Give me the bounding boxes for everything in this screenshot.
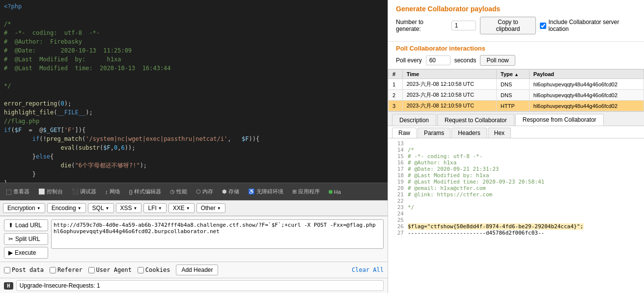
cookies-label: Cookies <box>145 266 170 273</box>
devtool-memory[interactable]: ⬡ 内存 <box>192 186 217 197</box>
code-line: }else{ <box>4 152 384 161</box>
lfi-dropdown[interactable]: LFI <box>143 203 166 213</box>
execute-button[interactable]: ▶ Execute <box>4 247 48 259</box>
line-content: /* <box>408 147 414 153</box>
cell-num: 3 <box>389 101 403 111</box>
code-line: <?php <box>4 2 384 11</box>
xss-dropdown[interactable]: XSS <box>116 203 142 213</box>
devtool-app[interactable]: ⊞ 应用程序 <box>288 186 324 197</box>
devtools-bar: ⬚ 查看器 ⬜ 控制台 ⬛ 调试器 ↕ 网络 {} 样式编辑器 ◷ 性能 ⬡ 内… <box>0 183 388 200</box>
poll-now-button[interactable]: Poll now <box>480 55 515 66</box>
devtool-storage[interactable]: ⬢ 存储 <box>218 186 243 197</box>
right-panel: Generate Collaborator payloads Number to… <box>388 0 644 293</box>
subtab-params[interactable]: Params <box>418 128 450 138</box>
include-server-checkbox[interactable] <box>540 23 546 29</box>
devtool-inspector[interactable]: ⬚ 查看器 <box>2 186 33 197</box>
subtab-hex[interactable]: Hex <box>488 128 511 138</box>
response-tabs: Description Request to Collaborator Resp… <box>388 112 644 126</box>
include-server-label[interactable]: Include Collaborator server location <box>540 19 636 32</box>
execute-label: Execute <box>15 249 36 256</box>
devtool-label: 应用程序 <box>298 188 320 195</box>
url-textarea[interactable]: http://d759c7db-4d0e-4a59-ab6b-3742fff4b… <box>51 219 384 249</box>
line-number: 26 <box>392 223 404 230</box>
devtool-ha[interactable]: Ha <box>325 187 345 197</box>
cell-type: DNS <box>497 90 530 101</box>
col-header-time[interactable]: Time <box>402 70 496 79</box>
url-buttons: ⬆ Load URL ✂ Split URL ▶ Execute <box>4 219 48 259</box>
add-header-button[interactable]: Add Header <box>176 265 218 275</box>
upload-icon: ⬆ <box>8 222 13 229</box>
code-line: eval(substr($F,0,6)); <box>4 143 384 152</box>
cookies-checkbox[interactable] <box>138 267 144 273</box>
devtool-accessibility[interactable]: ♿ 无障碍环境 <box>244 186 287 197</box>
interactions-table-container: # Time Type ▲ Payload 1 2023-六月-08 12:10… <box>388 69 644 111</box>
line-content: # @Last Modified by: h1xa <box>408 172 489 179</box>
code-line: # @Last Modified time: 2020-10-13 16:43:… <box>4 64 384 73</box>
cell-time: 2023-六月-08 12:10:59 UTC <box>402 101 496 111</box>
devtool-performance[interactable]: ◷ 性能 <box>166 186 191 197</box>
include-server-text: Include Collaborator server location <box>548 19 636 32</box>
devtool-style-editor[interactable]: {} 样式编辑器 <box>125 186 165 197</box>
col-header-type[interactable]: Type ▲ <box>497 70 530 79</box>
green-dot-icon <box>329 190 333 194</box>
encoding-dropdown[interactable]: Encoding <box>47 203 86 213</box>
response-line: 20# @email: h1xa@ctfer.com <box>392 185 640 191</box>
devtool-console[interactable]: ⬜ 控制台 <box>34 186 67 197</box>
line-number: 13 <box>392 140 404 147</box>
response-line: 13 <box>392 140 640 147</box>
clear-all-link[interactable]: Clear All <box>352 266 384 273</box>
app-icon: ⊞ <box>292 188 297 195</box>
col-header-num[interactable]: # <box>389 70 403 79</box>
devtool-label: 控制台 <box>47 188 63 195</box>
referer-checkbox[interactable] <box>50 267 56 273</box>
devtool-network[interactable]: ↕ 网络 <box>101 186 124 197</box>
post-data-checkbox[interactable] <box>4 267 10 273</box>
code-line: } <box>4 179 384 183</box>
cell-time: 2023-六月-08 12:10:58 UTC <box>402 90 496 101</box>
perf-icon: ◷ <box>170 188 175 195</box>
user-agent-label: User Agent <box>96 266 132 273</box>
load-url-button[interactable]: ⬆ Load URL <box>4 219 48 231</box>
cookies-checkbox-label[interactable]: Cookies <box>138 266 170 273</box>
line-content: # @link: https://ctfer.com <box>408 191 492 198</box>
user-agent-checkbox[interactable] <box>88 267 95 273</box>
code-line <box>4 11 384 20</box>
cell-num: 2 <box>389 90 403 101</box>
mem-icon: ⬡ <box>196 188 201 195</box>
table-row[interactable]: 3 2023-六月-08 12:10:59 UTC HTTP hl6ophuvp… <box>389 101 644 111</box>
other-dropdown[interactable]: Other <box>196 203 225 213</box>
code-line: if($F = @$_GET['F']){ <box>4 126 384 134</box>
poll-interval-input[interactable] <box>426 55 450 65</box>
tab-description[interactable]: Description <box>392 114 436 126</box>
response-line: 16# @Author: h1xa <box>392 160 640 166</box>
user-agent-checkbox-label[interactable]: User Agent <box>88 266 132 273</box>
copy-to-clipboard-button[interactable]: Copy to clipboard <box>480 17 536 34</box>
number-input[interactable] <box>451 21 476 30</box>
subtab-headers[interactable]: Headers <box>451 128 486 138</box>
xxe-dropdown[interactable]: XXE <box>168 203 195 213</box>
line-content: ------------------------d45786d2f006fc03… <box>408 230 544 236</box>
devtool-label: 存储 <box>228 188 239 195</box>
tab-response-from-collaborator[interactable]: Response from Collaborator <box>515 114 604 126</box>
split-url-button[interactable]: ✂ Split URL <box>4 233 48 245</box>
subtab-raw[interactable]: Raw <box>392 128 417 138</box>
code-line: # @Date: 2020-10-13 11:25:09 <box>4 46 384 55</box>
sql-dropdown[interactable]: SQL <box>88 203 114 213</box>
code-line: # @Author: Firebasky <box>4 37 384 46</box>
poll-title: Poll Collaborator interactions <box>396 45 636 52</box>
response-line: 22 <box>392 198 640 204</box>
table-row[interactable]: 1 2023-六月-08 12:10:58 UTC DNS hl6ophuvpe… <box>389 79 644 90</box>
tab-request-to-collaborator[interactable]: Request to Collaborator <box>437 114 514 126</box>
response-line: 24 <box>392 211 640 217</box>
response-subtabs: Raw Params Headers Hex <box>388 126 644 138</box>
table-row[interactable]: 2 2023-六月-08 12:10:58 UTC DNS hl6ophuvpe… <box>389 90 644 101</box>
post-data-checkbox-label[interactable]: Post data <box>4 266 44 273</box>
encryption-dropdown[interactable]: Encryption <box>3 203 45 213</box>
header-value-input[interactable] <box>16 280 384 291</box>
col-header-payload[interactable]: Payload <box>529 70 644 79</box>
referer-checkbox-label[interactable]: Referer <box>50 266 83 273</box>
line-number: 20 <box>392 185 404 191</box>
left-panel: <?php /* # -*- coding: utf-8 -*- # @Auth… <box>0 0 388 293</box>
cell-payload: hl6ophuvpevqqty48u44g46o6fcd02 <box>529 90 644 101</box>
devtool-debugger[interactable]: ⬛ 调试器 <box>68 186 100 197</box>
